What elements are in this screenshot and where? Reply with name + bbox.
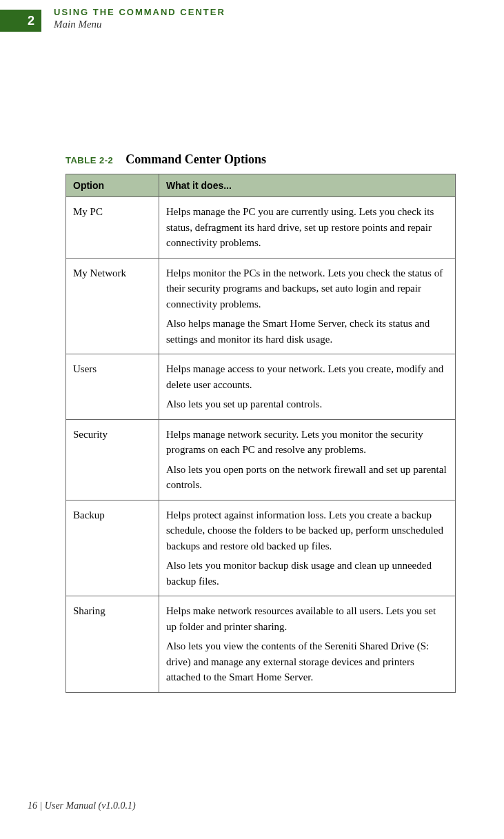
table-row: My Network Helps monitor the PCs in the … <box>66 258 456 354</box>
options-table: Option What it does... My PC Helps manag… <box>65 174 456 693</box>
table-row: Sharing Helps make network resources ava… <box>66 596 456 693</box>
table-caption: TABLE 2-2 Command Center Options <box>65 152 456 167</box>
desc-para: Helps protect against information loss. … <box>166 507 448 554</box>
desc-para: Helps monitor the PCs in the network. Le… <box>166 265 448 312</box>
page-footer: 16 | User Manual (v1.0.0.1) <box>28 800 136 811</box>
option-name: My PC <box>66 197 159 259</box>
table-row: Users Helps manage access to your networ… <box>66 354 456 420</box>
option-name: Sharing <box>66 596 159 693</box>
option-name: Users <box>66 354 159 420</box>
option-desc: Helps monitor the PCs in the network. Le… <box>159 258 456 354</box>
header-text: USING THE COMMAND CENTER Main Menu <box>54 7 225 30</box>
content-area: TABLE 2-2 Command Center Options Option … <box>65 152 456 693</box>
option-name: Backup <box>66 500 159 596</box>
option-desc: Helps protect against information loss. … <box>159 500 456 596</box>
col-header-desc: What it does... <box>159 174 456 197</box>
page-header: 2 USING THE COMMAND CENTER Main Menu <box>0 0 504 32</box>
desc-para: Also lets you monitor backup disk usage … <box>166 558 448 589</box>
desc-para: Also lets you view the contents of the S… <box>166 638 448 685</box>
table-header-row: Option What it does... <box>66 174 456 197</box>
desc-para: Helps manage access to your network. Let… <box>166 361 448 392</box>
table-row: Security Helps manage network security. … <box>66 419 456 500</box>
desc-para: Helps make network resources available t… <box>166 603 448 634</box>
header-subtitle: Main Menu <box>54 19 225 30</box>
desc-para: Also lets you open ports on the network … <box>166 462 448 493</box>
desc-para: Also helps manage the Smart Home Server,… <box>166 316 448 347</box>
desc-para: Also lets you set up parental controls. <box>166 396 448 412</box>
chapter-tab: 2 <box>0 10 41 32</box>
option-desc: Helps manage network security. Lets you … <box>159 419 456 500</box>
table-title: Command Center Options <box>125 152 266 166</box>
table-label: TABLE 2-2 <box>65 155 113 165</box>
desc-para: Helps manage network security. Lets you … <box>166 427 448 458</box>
header-title: USING THE COMMAND CENTER <box>54 7 225 17</box>
table-row: Backup Helps protect against information… <box>66 500 456 596</box>
option-name: My Network <box>66 258 159 354</box>
option-name: Security <box>66 419 159 500</box>
desc-para: Helps manage the PC you are currently us… <box>166 204 448 251</box>
col-header-option: Option <box>66 174 159 197</box>
table-row: My PC Helps manage the PC you are curren… <box>66 197 456 259</box>
option-desc: Helps manage the PC you are currently us… <box>159 197 456 259</box>
option-desc: Helps manage access to your network. Let… <box>159 354 456 420</box>
option-desc: Helps make network resources available t… <box>159 596 456 693</box>
